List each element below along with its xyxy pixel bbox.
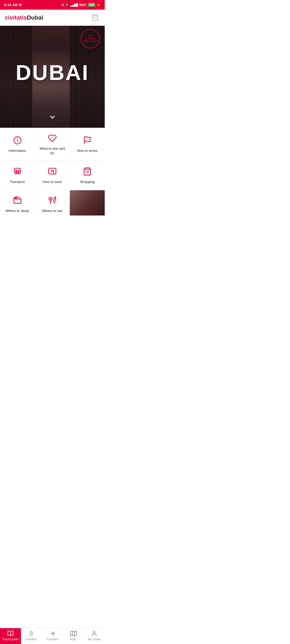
menu-item-how-to-arrive[interactable]: How to arrive xyxy=(70,128,105,161)
info-icon xyxy=(13,136,22,146)
hero-city-title: DUBAI xyxy=(16,62,89,83)
status-right: ⊟ 🔇 ▂▄▆█ WiFi 100 ⚡ xyxy=(61,3,100,7)
menu-label-information: Information xyxy=(9,149,26,153)
menu-item-how-to-save[interactable]: How to save xyxy=(35,161,70,190)
bed-icon xyxy=(13,196,22,206)
settings-icon: ⚙ xyxy=(19,3,22,7)
train-icon xyxy=(13,167,22,177)
svg-rect-13 xyxy=(49,168,56,174)
app-logo: civitatis Dubai xyxy=(5,14,43,21)
menu-label-how-to-arrive: How to arrive xyxy=(77,149,98,153)
menu-item-where-to-sleep[interactable]: Where to sleep xyxy=(0,190,35,216)
cart-button[interactable] xyxy=(90,13,100,23)
menu-item-information[interactable]: Information xyxy=(0,128,35,161)
svg-point-10 xyxy=(18,172,19,173)
signal-icon: ▂▄▆█ xyxy=(70,3,78,7)
charging-icon: ⚡ xyxy=(97,3,100,7)
status-bar: 8:16 AM ⚙ ⊟ 🔇 ▂▄▆█ WiFi 100 ⚡ xyxy=(0,0,105,10)
menu-label-what-to-see: What to see and do xyxy=(38,147,67,156)
menu-item-where-to-eat[interactable]: Where to eat xyxy=(35,190,70,216)
badge-top: TOP xyxy=(83,35,97,37)
menu-item-transport[interactable]: Transport xyxy=(0,161,35,190)
menu-label-transport: Transport xyxy=(10,180,25,184)
hero-section: TOP CIVITATIS ATTRACTIONS DUBAI xyxy=(0,26,105,128)
logo-red-text: civitatis xyxy=(5,14,27,21)
scroll-down-chevron[interactable] xyxy=(48,113,57,123)
menu-label-where-to-sleep: Where to sleep xyxy=(6,209,29,213)
svg-rect-15 xyxy=(15,197,17,199)
menu-label-how-to-save: How to save xyxy=(43,180,62,184)
menu-item-what-to-see[interactable]: What to see and do xyxy=(35,128,70,161)
nfc-icon: ⊟ xyxy=(61,3,64,7)
status-time: 8:16 AM xyxy=(4,3,17,7)
battery-icon: 100 xyxy=(88,3,95,7)
fork-icon xyxy=(48,196,57,206)
wifi-icon: WiFi xyxy=(79,3,86,7)
euro-icon xyxy=(48,167,57,177)
mute-icon: 🔇 xyxy=(65,3,69,7)
status-left: 8:16 AM ⚙ xyxy=(4,3,22,7)
badge-brand: CIVITATIS xyxy=(83,37,97,40)
partial-photo-cell xyxy=(70,190,105,216)
badge-bottom: ATTRACTIONS xyxy=(83,40,97,42)
heart-icon xyxy=(48,134,57,144)
logo-dark-text: Dubai xyxy=(27,14,43,21)
menu-grid: Information What to see and do How to ar… xyxy=(0,128,105,216)
top-attractions-badge: TOP CIVITATIS ATTRACTIONS xyxy=(81,29,100,48)
menu-item-shopping[interactable]: Shopping xyxy=(70,161,105,190)
menu-label-shopping: Shopping xyxy=(80,180,95,184)
flag-icon xyxy=(83,136,92,146)
app-header: civitatis Dubai xyxy=(0,10,105,26)
shopping-icon xyxy=(83,167,92,177)
svg-point-9 xyxy=(16,172,17,173)
menu-label-where-to-eat: Where to eat xyxy=(42,209,62,213)
